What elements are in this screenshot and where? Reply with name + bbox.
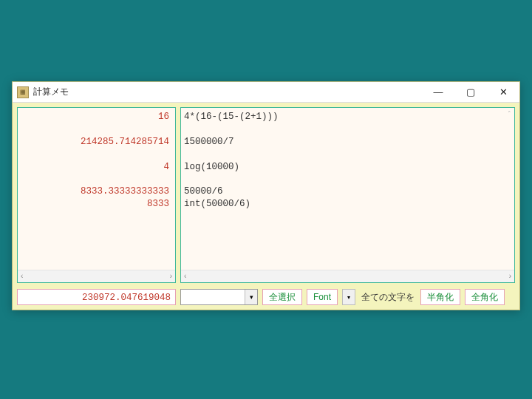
app-icon: ▦ (17, 86, 29, 98)
content-area: 16 214285.714285714 4 8333.33333333333 8… (13, 103, 519, 286)
maximize-button[interactable]: ▢ (454, 82, 487, 103)
all-chars-label: 全ての文字を (360, 291, 416, 304)
font-size-combo[interactable]: ▾ (180, 289, 258, 305)
expressions-hscrollbar[interactable]: ‹ › (181, 270, 514, 282)
expression-line: log(10000) (184, 161, 508, 174)
expression-line: 4*(16-(15-(2+1))) (184, 111, 508, 123)
scroll-left-icon[interactable]: ‹ (21, 273, 23, 280)
result-line: 16 (21, 111, 169, 123)
expression-line: 1500000/7 (184, 136, 508, 149)
blank-line (184, 123, 508, 136)
results-pane: 16 214285.714285714 4 8333.33333333333 8… (17, 107, 176, 283)
font-button[interactable]: Font (307, 289, 338, 305)
expressions-vscrollbar[interactable]: ˄ (505, 109, 513, 118)
to-fullwidth-button[interactable]: 全角化 (465, 289, 505, 305)
result-line: 8333 (21, 198, 169, 211)
expressions-body[interactable]: ˄ 4*(16-(15-(2+1))) 1500000/7 log(10000)… (181, 108, 514, 270)
result-line: 4 (21, 161, 169, 174)
window-title: 計算メモ (33, 86, 422, 98)
result-line: 8333.33333333333 (21, 185, 169, 198)
chevron-down-icon: ▾ (347, 294, 350, 301)
scroll-up-icon[interactable]: ˄ (508, 109, 511, 118)
select-all-button[interactable]: 全選択 (262, 289, 302, 305)
to-halfwidth-button[interactable]: 半角化 (420, 289, 460, 305)
expression-line: 50000/6 (184, 185, 508, 198)
toolbar: 230972.047619048 ▾ 全選択 Font ▾ 全ての文字を 半角化… (13, 286, 519, 310)
close-button[interactable]: ✕ (487, 82, 519, 103)
expression-line: int(50000/6) (184, 198, 508, 211)
scroll-right-icon[interactable]: › (509, 273, 511, 280)
scroll-right-icon[interactable]: › (170, 273, 172, 280)
results-body[interactable]: 16 214285.714285714 4 8333.33333333333 8… (18, 108, 175, 270)
titlebar[interactable]: ▦ 計算メモ — ▢ ✕ (13, 82, 519, 103)
blank-line (21, 173, 169, 185)
minimize-button[interactable]: — (422, 82, 454, 103)
scroll-left-icon[interactable]: ‹ (184, 273, 186, 280)
blank-line (21, 123, 169, 136)
expressions-pane: ˄ 4*(16-(15-(2+1))) 1500000/7 log(10000)… (180, 107, 515, 283)
blank-line (21, 149, 169, 161)
app-window: ▦ 計算メモ — ▢ ✕ 16 214285.714285714 4 8333.… (12, 81, 520, 310)
blank-line (184, 149, 508, 161)
total-field[interactable]: 230972.047619048 (17, 289, 176, 305)
results-hscrollbar[interactable]: ‹ › (18, 270, 175, 282)
blank-line (184, 173, 508, 185)
chevron-down-icon[interactable]: ▾ (245, 290, 257, 304)
result-line: 214285.714285714 (21, 136, 169, 149)
dropdown-button[interactable]: ▾ (342, 289, 355, 305)
